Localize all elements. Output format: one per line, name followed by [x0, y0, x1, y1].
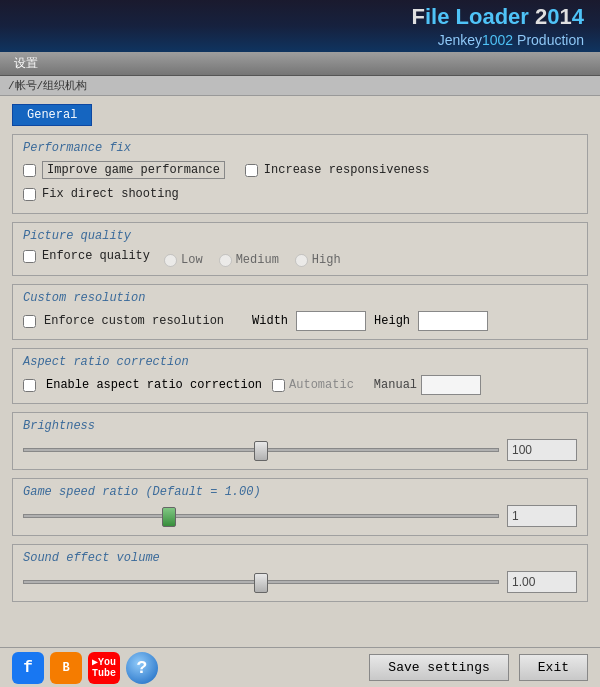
- sound-effect-slider[interactable]: [23, 572, 499, 592]
- radio-medium-label: Medium: [236, 253, 279, 267]
- exit-button[interactable]: Exit: [519, 654, 588, 681]
- blogger-icon[interactable]: B: [50, 652, 82, 684]
- menu-bar: 设置: [0, 52, 600, 76]
- improve-performance-row: Improve game performance: [23, 161, 225, 179]
- tab-general[interactable]: General: [12, 104, 92, 126]
- brightness-value[interactable]: [507, 439, 577, 461]
- height-label: Heigh: [374, 314, 410, 328]
- manual-input[interactable]: [421, 375, 481, 395]
- game-speed-value[interactable]: [507, 505, 577, 527]
- enable-aspect-checkbox[interactable]: [23, 379, 36, 392]
- footer-buttons: Save settings Exit: [369, 654, 588, 681]
- tab-bar: General: [12, 104, 588, 126]
- section-performance-fix: Performance fix Improve game performance…: [12, 134, 588, 214]
- improve-performance-checkbox[interactable]: [23, 164, 36, 177]
- aspect-manual: Manual: [374, 375, 481, 395]
- increase-responsiveness-row: Increase responsiveness: [245, 163, 430, 177]
- sound-effect-slider-row: [23, 571, 577, 593]
- sub-menu-bar: /帐号/组织机构: [0, 76, 600, 96]
- section-sound-effect: Sound effect volume: [12, 544, 588, 602]
- automatic-checkbox[interactable]: [272, 379, 285, 392]
- fix-direct-checkbox[interactable]: [23, 188, 36, 201]
- height-input[interactable]: [418, 311, 488, 331]
- brightness-slider[interactable]: [23, 440, 499, 460]
- fix-direct-row: Fix direct shooting: [23, 187, 577, 201]
- title-bar: File Loader 2014 Jenkey1002 Production: [0, 0, 600, 52]
- increase-responsiveness-checkbox[interactable]: [245, 164, 258, 177]
- increase-responsiveness-label: Increase responsiveness: [264, 163, 430, 177]
- radio-low-label: Low: [181, 253, 203, 267]
- aspect-ratio-title: Aspect ratio correction: [23, 355, 577, 369]
- footer: f B ▶YouTube ? Save settings Exit: [0, 647, 600, 687]
- radio-low: Low: [164, 253, 203, 267]
- enforce-resolution-checkbox[interactable]: [23, 315, 36, 328]
- sound-effect-slider-track: [23, 572, 499, 592]
- radio-medium: Medium: [219, 253, 279, 267]
- width-label: Width: [252, 314, 288, 328]
- quality-radio-group: Low Medium High: [164, 253, 341, 267]
- game-speed-title: Game speed ratio (Default = 1.00): [23, 485, 577, 499]
- title-line2: Jenkey1002 Production: [412, 31, 585, 49]
- section-game-speed: Game speed ratio (Default = 1.00): [12, 478, 588, 536]
- app-title: File Loader 2014 Jenkey1002 Production: [412, 3, 585, 50]
- radio-low-input[interactable]: [164, 254, 177, 267]
- radio-high-input[interactable]: [295, 254, 308, 267]
- footer-icons: f B ▶YouTube ?: [12, 652, 158, 684]
- radio-high-label: High: [312, 253, 341, 267]
- enforce-resolution-label: Enforce custom resolution: [44, 314, 224, 328]
- radio-medium-input[interactable]: [219, 254, 232, 267]
- brightness-slider-track: [23, 440, 499, 460]
- width-input[interactable]: [296, 311, 366, 331]
- section-aspect-ratio: Aspect ratio correction Enable aspect ra…: [12, 348, 588, 404]
- brightness-title: Brightness: [23, 419, 577, 433]
- game-speed-slider-track: [23, 506, 499, 526]
- picture-quality-title: Picture quality: [23, 229, 577, 243]
- enable-aspect-label: Enable aspect ratio correction: [46, 378, 262, 392]
- section-custom-resolution: Custom resolution Enforce custom resolut…: [12, 284, 588, 340]
- enforce-quality-label: Enforce quality: [42, 249, 150, 263]
- save-button[interactable]: Save settings: [369, 654, 508, 681]
- youtube-icon[interactable]: ▶YouTube: [88, 652, 120, 684]
- menu-item-settings[interactable]: 设置: [8, 53, 44, 74]
- aspect-row: Enable aspect ratio correction Automatic…: [23, 375, 577, 395]
- help-icon[interactable]: ?: [126, 652, 158, 684]
- aspect-automatic: Automatic: [272, 378, 354, 392]
- sound-effect-value[interactable]: [507, 571, 577, 593]
- enforce-quality-checkbox[interactable]: [23, 250, 36, 263]
- fix-direct-label: Fix direct shooting: [42, 187, 179, 201]
- automatic-label: Automatic: [289, 378, 354, 392]
- brightness-slider-row: [23, 439, 577, 461]
- sub-menu-text: /帐号/组织机构: [8, 78, 87, 93]
- facebook-icon[interactable]: f: [12, 652, 44, 684]
- custom-resolution-title: Custom resolution: [23, 291, 577, 305]
- enforce-quality-row: Enforce quality: [23, 249, 150, 263]
- main-content: General Performance fix Improve game per…: [0, 96, 600, 647]
- performance-fix-title: Performance fix: [23, 141, 577, 155]
- resolution-row: Enforce custom resolution Width Heigh: [23, 311, 577, 331]
- title-line1: File Loader 2014: [412, 3, 585, 32]
- section-picture-quality: Picture quality Enforce quality Low Medi…: [12, 222, 588, 276]
- game-speed-slider-row: [23, 505, 577, 527]
- sound-effect-title: Sound effect volume: [23, 551, 577, 565]
- manual-label: Manual: [374, 378, 417, 392]
- improve-performance-label: Improve game performance: [42, 161, 225, 179]
- game-speed-slider[interactable]: [23, 506, 499, 526]
- section-brightness: Brightness: [12, 412, 588, 470]
- radio-high: High: [295, 253, 341, 267]
